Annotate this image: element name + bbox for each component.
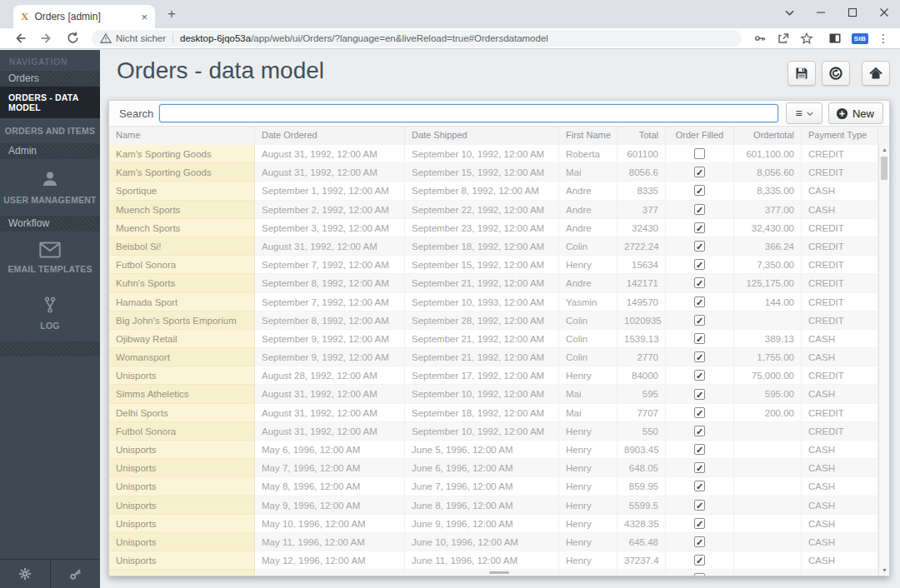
- column-header-date_shipped[interactable]: Date Shipped: [405, 127, 559, 145]
- table-row[interactable]: UnisportsMay 11, 1996, 12:00 AMJune 10, …: [109, 533, 878, 551]
- table-row[interactable]: UnisportsAugust 28, 1992, 12:00 AMSeptem…: [109, 366, 878, 385]
- cell-total: 2722.24: [618, 237, 666, 256]
- admin-key-button[interactable]: [51, 560, 101, 588]
- order-filled-checkbox[interactable]: ✓: [694, 185, 705, 196]
- window-menu-chevron-icon[interactable]: [773, 0, 805, 25]
- not-secure-warning-icon[interactable]: [100, 32, 112, 44]
- table-row[interactable]: Beisbol Si!August 31, 1992, 12:00 AMSept…: [109, 237, 878, 256]
- grid-menu-button[interactable]: ≡: [786, 102, 822, 124]
- order-filled-checkbox[interactable]: ✓: [694, 481, 705, 491]
- table-row[interactable]: UnisportsMay 10, 1996, 12:00 AMJune 9, 1…: [109, 515, 878, 533]
- settings-gear-button[interactable]: [0, 560, 51, 588]
- table-row[interactable]: Ojibway RetailSeptember 9, 1992, 12:00 A…: [109, 330, 878, 348]
- order-filled-checkbox[interactable]: ✓: [694, 370, 705, 381]
- column-header-name[interactable]: Name: [109, 127, 255, 145]
- table-row[interactable]: UnisportsMay 12, 1996, 12:00 AMJune 11, …: [109, 551, 878, 570]
- horizontal-scrollbar-thumb[interactable]: [489, 571, 509, 574]
- back-icon[interactable]: [12, 31, 28, 46]
- table-row[interactable]: Muench SportsSeptember 3, 1992, 12:00 AM…: [109, 219, 878, 237]
- password-key-icon[interactable]: [753, 32, 767, 45]
- order-filled-checkbox[interactable]: ✓: [694, 277, 705, 288]
- cell-first_name: Andre: [559, 201, 618, 219]
- table-row[interactable]: SportiqueSeptember 1, 1992, 12:00 AMSept…: [109, 182, 878, 200]
- window-minimize-icon[interactable]: [805, 0, 837, 25]
- table-row[interactable]: WomansportSeptember 9, 1992, 12:00 AMSep…: [109, 348, 878, 366]
- cell-date_ordered: September 7, 1992, 12:00 AM: [255, 293, 405, 311]
- sidebar-item-label: USER MANAGEMENT: [3, 195, 97, 205]
- side-panel-icon[interactable]: [828, 32, 842, 45]
- order-filled-checkbox[interactable]: ✓: [694, 241, 705, 252]
- order-filled-checkbox[interactable]: ✓: [694, 204, 705, 215]
- table-row[interactable]: Big John's Sports EmporiumSeptember 8, 1…: [109, 311, 878, 330]
- home-button[interactable]: [862, 61, 890, 86]
- order-filled-checkbox[interactable]: ✓: [694, 167, 705, 177]
- table-row[interactable]: UnisportsMay 7, 1996, 12:00 AMJune 6, 19…: [109, 459, 878, 477]
- sidebar-item-orders-and-items[interactable]: ORDERS AND ITEMS: [0, 118, 100, 143]
- scrollbar-thumb[interactable]: [881, 157, 888, 180]
- scrollbar-down-icon[interactable]: ▼: [879, 566, 889, 576]
- sidebar-item-email-templates[interactable]: EMAIL TEMPLATES: [0, 232, 100, 285]
- vertical-scrollbar[interactable]: ▲ ▼: [878, 145, 889, 576]
- table-row[interactable]: Kam's Sporting GoodsAugust 31, 1992, 12:…: [109, 145, 878, 163]
- address-bar[interactable]: Nicht sicher desktop-6jqo53a/app/web/ui/…: [92, 30, 742, 47]
- order-filled-checkbox[interactable]: ✓: [694, 222, 705, 233]
- column-header-date_ordered[interactable]: Date Ordered: [255, 127, 405, 145]
- order-filled-checkbox[interactable]: ✓: [694, 407, 705, 418]
- save-button[interactable]: [788, 61, 816, 86]
- order-filled-checkbox[interactable]: ✓: [694, 315, 705, 326]
- column-header-order_filled[interactable]: Order Filled: [666, 127, 734, 145]
- table-row[interactable]: Kuhn's SportsSeptember 8, 1992, 12:00 AM…: [109, 274, 878, 292]
- sidebar-item-orders-data-model[interactable]: ORDERS - DATA MODEL: [0, 87, 100, 118]
- order-filled-checkbox[interactable]: ✓: [694, 536, 705, 547]
- scrollbar-up-icon[interactable]: ▲: [879, 145, 889, 155]
- sidebar-item-log[interactable]: LOG: [0, 285, 100, 341]
- cell-total: 595: [618, 385, 666, 403]
- share-icon[interactable]: [777, 32, 790, 45]
- search-input[interactable]: [159, 104, 778, 122]
- order-filled-checkbox[interactable]: ✓: [694, 351, 705, 362]
- cell-ordertotal: [734, 515, 802, 533]
- table-row[interactable]: UnisportsMay 9, 1996, 12:00 AMJune 8, 19…: [109, 496, 878, 515]
- order-filled-checkbox[interactable]: ✓: [694, 518, 705, 529]
- column-header-payment_type[interactable]: Payment Type: [802, 127, 878, 145]
- column-header-first_name[interactable]: First Name: [559, 127, 618, 145]
- forward-icon[interactable]: [39, 31, 54, 46]
- new-tab-button[interactable]: +: [162, 4, 182, 24]
- table-row[interactable]: UnisportsMay 6, 1996, 12:00 AMJune 5, 19…: [109, 441, 878, 459]
- order-filled-checkbox[interactable]: ✓: [694, 573, 705, 576]
- sidebar-item-user-management[interactable]: USER MANAGEMENT: [0, 159, 100, 216]
- order-filled-checkbox[interactable]: ✓: [694, 333, 705, 344]
- browser-tab[interactable]: X Orders [admin] ×: [13, 5, 155, 28]
- table-row[interactable]: Futbol SonoraSeptember 7, 1992, 12:00 AM…: [109, 256, 878, 274]
- column-header-ordertotal[interactable]: Ordertotal: [734, 127, 802, 145]
- browser-menu-icon[interactable]: ⋮: [878, 32, 889, 44]
- table-row[interactable]: Hamada SportSeptember 7, 1992, 12:00 AMS…: [109, 293, 878, 311]
- extension-badge[interactable]: SIB: [852, 33, 868, 44]
- bookmark-star-icon[interactable]: [800, 32, 813, 45]
- cell-ordertotal: [734, 533, 802, 551]
- order-filled-checkbox[interactable]: ✓: [694, 444, 705, 455]
- cell-first_name: Henry: [559, 551, 618, 570]
- window-maximize-icon[interactable]: [837, 0, 868, 25]
- new-record-button[interactable]: New: [828, 102, 883, 124]
- table-row[interactable]: Futbol SonoraAugust 31, 1992, 12:00 AMSe…: [109, 422, 878, 441]
- tab-close-icon[interactable]: ×: [141, 12, 148, 22]
- column-header-total[interactable]: Total: [618, 127, 666, 145]
- order-filled-checkbox[interactable]: ✓: [694, 555, 705, 566]
- table-row[interactable]: Muench SportsSeptember 2, 1992, 12:00 AM…: [109, 201, 878, 219]
- order-filled-checkbox[interactable]: ✓: [694, 259, 705, 270]
- cell-date_ordered: September 2, 1992, 12:00 AM: [255, 201, 405, 219]
- order-filled-checkbox[interactable]: ✓: [694, 500, 705, 511]
- order-filled-checkbox[interactable]: ✓: [694, 296, 705, 307]
- order-filled-checkbox[interactable]: ✓: [694, 426, 705, 436]
- table-row[interactable]: Simms AtheleticsAugust 31, 1992, 12:00 A…: [109, 385, 878, 403]
- table-row[interactable]: Kam's Sporting GoodsAugust 31, 1992, 12:…: [109, 163, 878, 182]
- order-filled-checkbox[interactable]: ✓: [694, 462, 705, 473]
- order-filled-checkbox[interactable]: ✓: [694, 389, 705, 400]
- table-row[interactable]: Delhi SportsAugust 31, 1992, 12:00 AMSep…: [109, 404, 878, 422]
- reload-icon[interactable]: [66, 31, 81, 46]
- window-close-icon[interactable]: [868, 0, 900, 25]
- table-row[interactable]: UnisportsMay 8, 1996, 12:00 AMJune 7, 19…: [109, 477, 878, 496]
- history-button[interactable]: [822, 61, 850, 86]
- order-filled-checkbox[interactable]: [694, 148, 705, 159]
